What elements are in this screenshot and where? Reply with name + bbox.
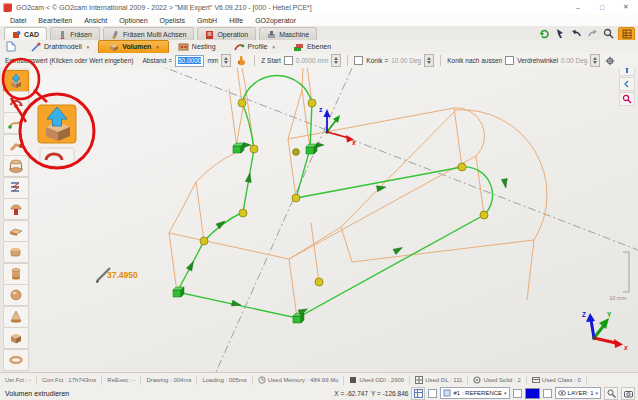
coord-x-value: -62.747 — [346, 390, 368, 397]
param-hint: Extrusionswert (Klicken oder Wert eingeb… — [5, 57, 134, 64]
layer-checkbox[interactable] — [543, 389, 552, 398]
main-area: z x 37.4950 10 mm — [0, 68, 638, 372]
layers-icon — [293, 42, 304, 52]
current-color-swatch[interactable] — [525, 388, 540, 399]
gear-icon — [605, 56, 615, 66]
cylinder-tool-button[interactable] — [3, 263, 29, 285]
tab-fraesen-multi-achsen[interactable]: Fräsen Multi Achsen — [103, 27, 194, 40]
zstart-label: Z Start — [261, 57, 281, 64]
mill-icon — [58, 30, 67, 39]
extrude-tool-button[interactable] — [3, 70, 29, 92]
camera-button[interactable] — [621, 387, 635, 400]
cube-tool-button[interactable] — [3, 327, 29, 349]
filter-icon[interactable] — [619, 68, 635, 76]
sweep-tool-button[interactable] — [3, 112, 29, 134]
loft-tool-button[interactable] — [3, 155, 29, 177]
viewport-mini-toolbar — [619, 68, 634, 106]
triad-z-label: Z — [582, 311, 586, 318]
parameter-toolbar: Extrusionswert (Klicken oder Wert eingeb… — [0, 53, 638, 69]
subtab-volumen[interactable]: Volumen▾ — [98, 40, 169, 54]
menu-hilfe[interactable]: Hilfe — [223, 17, 249, 24]
tab-cad[interactable]: CAD — [4, 27, 47, 40]
zoom-tool-button[interactable] — [604, 387, 618, 400]
konik-spinner[interactable] — [424, 54, 434, 67]
plane-combo[interactable]: #1 : REFERENCE ▾ — [440, 387, 509, 399]
undo-icon[interactable] — [570, 27, 583, 39]
cone-tool-button[interactable] — [3, 306, 29, 328]
grid-snap-button[interactable] — [411, 387, 425, 400]
abstand-label: Abstand = — [143, 57, 172, 64]
abstand-spinner[interactable] — [221, 54, 231, 67]
nesting-icon — [178, 42, 189, 52]
chevron-down-icon: ▾ — [595, 390, 598, 396]
abstand-input[interactable]: 50.0000 — [175, 55, 205, 67]
helix-tool-button[interactable] — [3, 177, 29, 199]
new-document-button[interactable] — [3, 41, 18, 52]
cone-icon — [8, 309, 24, 325]
performance-status-bar: Usr.Fct : - Curr.Fct : 17h743ms ReExec :… — [0, 372, 638, 387]
measure-value: 37.4950 — [107, 270, 138, 280]
close-button[interactable]: ✕ — [614, 1, 638, 14]
pick-hand-icon[interactable] — [234, 55, 248, 67]
tab-operation[interactable]: Operation — [197, 27, 256, 40]
layer-combo[interactable]: LAYER: 1 ▾ — [555, 387, 601, 399]
curr-fct-status: Curr.Fct : 17h743ms — [37, 376, 102, 385]
konik-aussen-checkbox[interactable] — [505, 56, 514, 65]
wireframe-icon — [31, 42, 41, 52]
sphere-tool-button[interactable] — [3, 284, 29, 306]
zstart-spinner[interactable] — [331, 54, 341, 67]
pipe-tool-button[interactable] — [3, 134, 29, 156]
subtab-drahtmodell[interactable]: Drahtmodell▾ — [22, 41, 98, 53]
menu-go2operator[interactable]: GO2operator — [249, 17, 302, 24]
multi-axis-mill-icon — [111, 30, 120, 39]
maximize-button[interactable]: □ — [590, 1, 614, 14]
geometry-canvas: z x 37.4950 10 mm — [30, 68, 638, 372]
abstand-unit: mm — [207, 57, 218, 64]
used-gdi-status: Used GDI : 2900 — [344, 376, 410, 385]
tab-fraesen[interactable]: Fräsen — [50, 27, 100, 40]
subtab-ebenen[interactable]: Ebenen — [284, 41, 340, 53]
reexec-status: ReExec : - — [102, 376, 141, 385]
context-status-bar: Volumen extrudieren X = -62.747 Y = -126… — [0, 386, 638, 400]
plane-checkbox[interactable] — [428, 389, 437, 398]
zstart-checkbox[interactable] — [284, 56, 293, 65]
konik-checkbox[interactable] — [354, 56, 363, 65]
cad-tab-icon — [12, 30, 21, 39]
collapse-icon[interactable] — [619, 77, 635, 91]
menu-ansicht[interactable]: Ansicht — [78, 17, 113, 24]
param-options-button[interactable] — [603, 55, 617, 67]
viewport-3d[interactable]: z x 37.4950 10 mm — [30, 68, 638, 372]
zoom-region-icon[interactable] — [619, 92, 635, 106]
pointer-icon[interactable] — [554, 27, 567, 39]
window-title: GO2cam < © GO2cam International 2009 - 2… — [16, 4, 312, 11]
ribbon-tab-bar: CAD Fräsen Fräsen Multi Achsen Operation… — [0, 26, 638, 41]
revolve-tool-button[interactable] — [3, 91, 29, 113]
menu-datei[interactable]: Datei — [4, 17, 32, 24]
rib-tool-button[interactable] — [3, 198, 29, 220]
tab-maschine[interactable]: Maschine — [259, 27, 317, 40]
menu-gmbh[interactable]: GmbH — [191, 17, 223, 24]
search-icon[interactable] — [602, 27, 615, 39]
menu-optionen[interactable]: Optionen — [113, 17, 153, 24]
refresh-icon[interactable] — [538, 27, 551, 39]
solid-icon — [473, 376, 481, 384]
konik-value: 10.00 Deg — [391, 57, 421, 64]
block-icon — [8, 244, 24, 260]
minimize-button[interactable]: – — [566, 1, 590, 14]
construction-lines — [140, 68, 638, 372]
verdreh-spinner[interactable] — [590, 54, 600, 67]
subtab-profile[interactable]: Profile▾ — [225, 41, 284, 53]
class-icon — [532, 376, 540, 384]
profile-curve — [177, 75, 493, 318]
subtab-nesting[interactable]: Nesting — [169, 41, 225, 53]
app-icon — [3, 3, 12, 12]
calculator-pad-icon[interactable] — [618, 27, 635, 41]
block-tool-button[interactable] — [3, 241, 29, 263]
menu-bearbeiten[interactable]: Bearbeiten — [32, 17, 78, 24]
torus-tool-button[interactable] — [3, 349, 29, 371]
title-bar: GO2cam < © GO2cam International 2009 - 2… — [0, 0, 638, 15]
redo-icon[interactable] — [586, 27, 599, 39]
plate-tool-button[interactable] — [3, 220, 29, 242]
color-checkbox[interactable] — [513, 389, 522, 398]
menu-opelists[interactable]: Opelists — [154, 17, 191, 24]
